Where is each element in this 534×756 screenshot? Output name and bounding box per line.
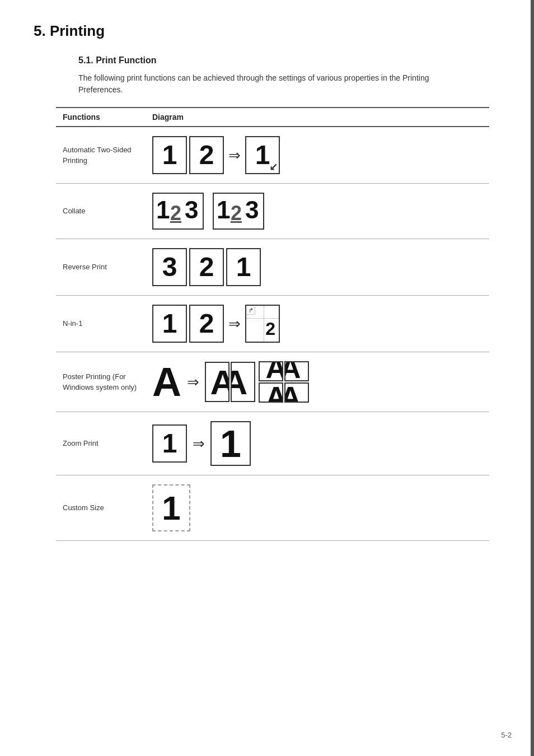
- zoom-box-large: 1: [210, 421, 251, 466]
- poster-cell-right: A: [231, 362, 255, 402]
- poster-A: A: [152, 362, 181, 402]
- chapter-title: 5. Printing: [34, 22, 500, 40]
- diagram-cell: A ⇒ A A: [146, 352, 489, 412]
- poster-quad-br: A: [284, 382, 309, 403]
- table-row: Zoom Print 1 ⇒ 1: [56, 412, 489, 475]
- function-label: N-in-1: [56, 296, 146, 352]
- diagram-cell: 3 2 1: [146, 239, 489, 296]
- side-accent-bar: [531, 0, 534, 756]
- nin1-box-1: 1: [152, 305, 187, 343]
- function-label: Reverse Print: [56, 239, 146, 296]
- table-row: Collate 1 2 3 1 2 3: [56, 184, 489, 239]
- function-label: Zoom Print: [56, 412, 146, 475]
- poster-split-2: A A: [205, 362, 255, 402]
- reverse-box-2: 2: [189, 248, 224, 286]
- custom-diagram: 1: [152, 484, 483, 531]
- function-label: Collate: [56, 184, 146, 239]
- section-title: 5.1. Print Function: [78, 55, 489, 66]
- collate-diagram: 1 2 3 1 2 3: [152, 193, 483, 230]
- zoom-box-small: 1: [152, 424, 187, 463]
- nin1-box-2: 2: [189, 305, 224, 343]
- arrow-icon: ⇒: [193, 435, 205, 452]
- twosided-diagram: 1 2 ⇒ 1 ↙: [152, 136, 483, 174]
- poster-quad-bl: A: [259, 382, 283, 403]
- table-row: Poster Printing (For Windiows system onl…: [56, 352, 489, 412]
- col-header-diagram: Diagram: [146, 108, 489, 127]
- nin1-result-box: ↱ 2: [245, 305, 280, 343]
- poster-split-4: A A A A: [259, 361, 309, 403]
- table-row: N-in-1 1 2 ⇒ ↱ 2: [56, 296, 489, 352]
- arrow-icon: ⇒: [187, 374, 199, 391]
- poster-diagram: A ⇒ A A: [152, 361, 483, 403]
- col-header-functions: Functions: [56, 108, 146, 127]
- custom-size-box: 1: [152, 484, 190, 531]
- diagram-cell: 1 2 ⇒ 1 ↙: [146, 127, 489, 184]
- poster-quad-tr: A: [284, 361, 309, 381]
- poster-cell-left: A: [205, 362, 229, 402]
- reverse-diagram: 3 2 1: [152, 248, 483, 286]
- intro-text: The following print functions can be ach…: [78, 72, 459, 96]
- twosided-box-1: 1: [152, 136, 187, 174]
- reverse-box-1: 1: [226, 248, 261, 286]
- function-label: Custom Size: [56, 475, 146, 541]
- table-row: Automatic Two-Sided Printing 1 2 ⇒ 1 ↙: [56, 127, 489, 184]
- collate-box-1: 1 2 3: [152, 193, 204, 230]
- diagram-cell: 1 ⇒ 1: [146, 412, 489, 475]
- table-row: Custom Size 1: [56, 475, 489, 541]
- poster-quad-tl: A: [259, 361, 283, 381]
- zoom-diagram: 1 ⇒ 1: [152, 421, 483, 466]
- table-row: Reverse Print 3 2 1: [56, 239, 489, 296]
- arrow-icon: ⇒: [228, 315, 241, 333]
- diagram-cell: 1 2 3 1 2 3: [146, 184, 489, 239]
- page-number: 5-2: [501, 731, 512, 739]
- arrow-icon: ⇒: [228, 147, 241, 164]
- diagram-cell: 1 2 ⇒ ↱ 2: [146, 296, 489, 352]
- collate-box-2: 1 2 3: [213, 193, 264, 230]
- nin1-diagram: 1 2 ⇒ ↱ 2: [152, 305, 483, 343]
- diagram-cell: 1: [146, 475, 489, 541]
- twosided-result: 1 ↙: [245, 136, 280, 174]
- functions-table: Functions Diagram Automatic Two-Sided Pr…: [56, 107, 489, 541]
- nin1-corner-indicator: ↱: [247, 307, 255, 315]
- reverse-box-3: 3: [152, 248, 187, 286]
- twosided-box-2: 2: [189, 136, 224, 174]
- function-label: Automatic Two-Sided Printing: [56, 127, 146, 184]
- function-label: Poster Printing (For Windiows system onl…: [56, 352, 146, 412]
